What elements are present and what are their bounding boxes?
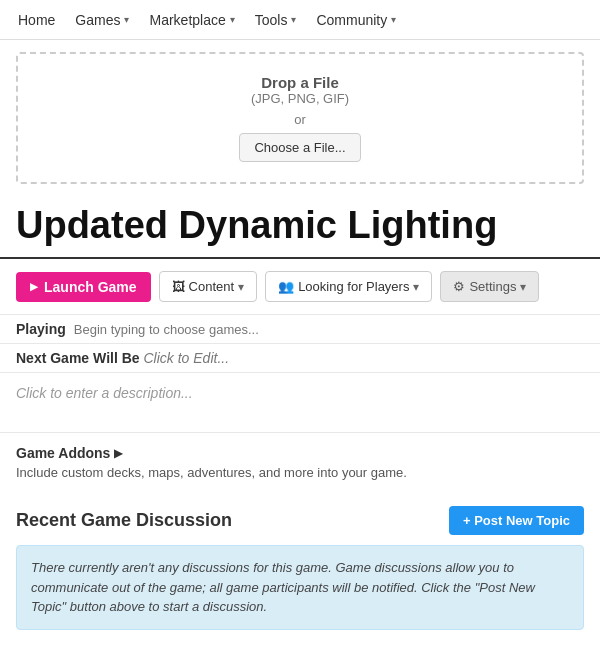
nav-marketplace-label: Marketplace <box>149 12 225 28</box>
nav-games-chevron-icon: ▾ <box>124 14 129 25</box>
nav-tools-label: Tools <box>255 12 288 28</box>
looking-for-players-button[interactable]: 👥 Looking for Players ▾ <box>265 271 432 302</box>
nav-home[interactable]: Home <box>8 0 65 39</box>
settings-button[interactable]: ⚙ Settings ▾ <box>440 271 539 302</box>
content-chevron-icon: ▾ <box>238 280 244 294</box>
looking-chevron-icon: ▾ <box>413 280 419 294</box>
nav-games[interactable]: Games ▾ <box>65 0 139 39</box>
addons-arrow-icon: ▶ <box>114 447 122 460</box>
nav-home-label: Home <box>18 12 55 28</box>
looking-label: Looking for Players <box>298 279 409 294</box>
choose-file-button[interactable]: Choose a File... <box>239 133 360 162</box>
content-icon: 🖼 <box>172 279 185 294</box>
nav-community[interactable]: Community ▾ <box>306 0 406 39</box>
nav-games-label: Games <box>75 12 120 28</box>
settings-label: Settings <box>469 279 516 294</box>
content-button[interactable]: 🖼 Content ▾ <box>159 271 258 302</box>
nav-marketplace-chevron-icon: ▾ <box>230 14 235 25</box>
discussion-title: Recent Game Discussion <box>16 510 232 531</box>
playing-input[interactable] <box>74 322 584 337</box>
launch-game-button[interactable]: ▶ Launch Game <box>16 272 151 302</box>
file-drop-zone[interactable]: Drop a File (JPG, PNG, GIF) or Choose a … <box>16 52 584 184</box>
discussion-header: Recent Game Discussion + Post New Topic <box>16 506 584 535</box>
content-label: Content <box>189 279 235 294</box>
addons-description: Include custom decks, maps, adventures, … <box>16 465 584 480</box>
settings-chevron-icon: ▾ <box>520 280 526 294</box>
drop-title: Drop a File <box>38 74 562 91</box>
nav-tools[interactable]: Tools ▾ <box>245 0 307 39</box>
nav-community-chevron-icon: ▾ <box>391 14 396 25</box>
description-area[interactable]: Click to enter a description... <box>0 372 600 432</box>
next-game-row: Next Game Will Be Click to Edit... <box>0 343 600 372</box>
playing-row: Playing <box>0 314 600 343</box>
discussion-section: Recent Game Discussion + Post New Topic … <box>0 492 600 630</box>
game-title: Updated Dynamic Lighting <box>0 196 600 259</box>
post-new-topic-button[interactable]: + Post New Topic <box>449 506 584 535</box>
drop-or: or <box>38 112 562 127</box>
discussion-empty-message: There currently aren't any discussions f… <box>16 545 584 630</box>
addons-title[interactable]: Game Addons ▶ <box>16 445 584 461</box>
play-icon: ▶ <box>30 281 38 292</box>
drop-subtitle: (JPG, PNG, GIF) <box>38 91 562 106</box>
playing-label: Playing <box>16 321 66 337</box>
description-placeholder[interactable]: Click to enter a description... <box>16 385 193 401</box>
players-icon: 👥 <box>278 279 294 294</box>
addons-section: Game Addons ▶ Include custom decks, maps… <box>0 432 600 492</box>
nav-marketplace[interactable]: Marketplace ▾ <box>139 0 244 39</box>
next-game-value[interactable]: Click to Edit... <box>143 350 229 366</box>
gear-icon: ⚙ <box>453 279 465 294</box>
nav-community-label: Community <box>316 12 387 28</box>
nav-bar: Home Games ▾ Marketplace ▾ Tools ▾ Commu… <box>0 0 600 40</box>
next-game-label: Next Game Will Be <box>16 350 140 366</box>
addons-title-label: Game Addons <box>16 445 110 461</box>
launch-game-label: Launch Game <box>44 279 137 295</box>
action-bar: ▶ Launch Game 🖼 Content ▾ 👥 Looking for … <box>0 259 600 314</box>
nav-tools-chevron-icon: ▾ <box>291 14 296 25</box>
